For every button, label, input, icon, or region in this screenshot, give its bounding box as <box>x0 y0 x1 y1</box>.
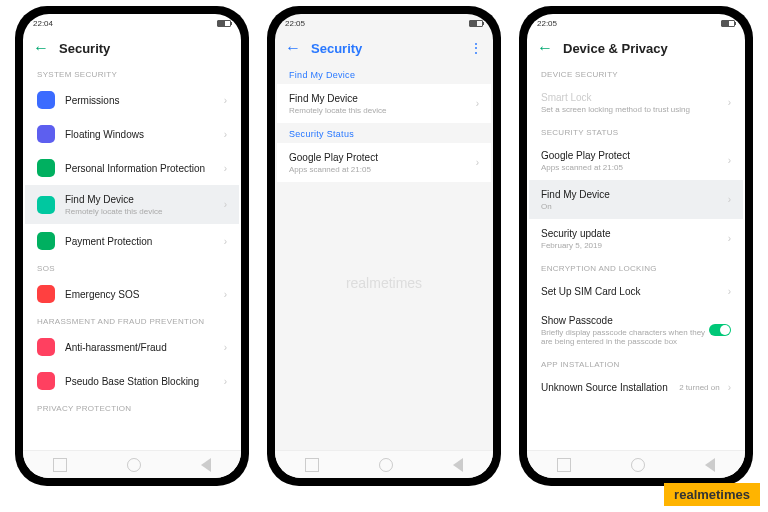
back-icon[interactable]: ← <box>537 40 553 56</box>
nav-recents[interactable] <box>53 458 67 472</box>
anti-harassment-icon <box>37 338 55 356</box>
chevron-right-icon: › <box>224 163 227 174</box>
row-title: Find My Device <box>65 193 220 206</box>
content[interactable]: DEVICE SECURITYSmart LockSet a screen lo… <box>527 64 745 450</box>
row-anti-harassment[interactable]: Anti-harassment/Fraud› <box>25 330 239 364</box>
row-find-my-device[interactable]: Find My DeviceRemotely locate this devic… <box>25 185 239 224</box>
row-permissions[interactable]: Permissions› <box>25 83 239 117</box>
chevron-right-icon: › <box>224 376 227 387</box>
pseudo-base-icon <box>37 372 55 390</box>
row-title: Set Up SIM Card Lock <box>541 285 724 298</box>
nav-bar <box>527 450 745 478</box>
status-bar: 22:05 <box>275 14 493 32</box>
row-title: Google Play Protect <box>289 151 472 164</box>
row-subtitle: Set a screen locking method to trust usi… <box>541 105 724 114</box>
row-emergency-sos[interactable]: Emergency SOS› <box>25 277 239 311</box>
nav-recents[interactable] <box>557 458 571 472</box>
status-bar: 22:05 <box>527 14 745 32</box>
row-title: Find My Device <box>541 188 724 201</box>
row-subtitle: Apps scanned at 21:05 <box>541 163 724 172</box>
chevron-right-icon: › <box>728 382 731 393</box>
row-show-passcode[interactable]: Show PasscodeBriefly display passcode ch… <box>529 306 743 354</box>
payment-protection-icon <box>37 232 55 250</box>
row-title: Pseudo Base Station Blocking <box>65 375 220 388</box>
personal-info-icon <box>37 159 55 177</box>
row-smart-lock[interactable]: Smart LockSet a screen locking method to… <box>529 83 743 122</box>
chevron-right-icon: › <box>728 286 731 297</box>
nav-home[interactable] <box>127 458 141 472</box>
row-payment-protection[interactable]: Payment Protection› <box>25 224 239 258</box>
row-google-play-protect[interactable]: Google Play ProtectApps scanned at 21:05… <box>277 143 491 182</box>
chevron-right-icon: › <box>224 129 227 140</box>
row-title: Payment Protection <box>65 235 220 248</box>
row-title: Google Play Protect <box>541 149 724 162</box>
row-subtitle: Remotely locate this device <box>65 207 220 216</box>
section-header: APP INSTALLATION <box>529 354 743 373</box>
chevron-right-icon: › <box>224 236 227 247</box>
nav-back[interactable] <box>453 458 463 472</box>
status-time: 22:05 <box>537 19 557 28</box>
row-subtitle: Briefly display passcode characters when… <box>541 328 709 346</box>
row-title: Unknown Source Installation <box>541 381 679 394</box>
chevron-right-icon: › <box>476 98 479 109</box>
battery-icon <box>217 20 231 27</box>
more-icon[interactable]: ⋮ <box>469 40 483 56</box>
phone-1: 22:04 ← Security SYSTEM SECURITYPermissi… <box>15 6 249 486</box>
content[interactable]: Find My DeviceFind My DeviceRemotely loc… <box>275 64 493 450</box>
page-title: Security <box>59 41 110 56</box>
row-title: Find My Device <box>289 92 472 105</box>
chevron-right-icon: › <box>728 194 731 205</box>
row-find-my-device[interactable]: Find My DeviceRemotely locate this devic… <box>277 84 491 123</box>
back-icon[interactable]: ← <box>285 40 301 56</box>
row-value: 2 turned on <box>679 383 719 392</box>
row-subtitle: Apps scanned at 21:05 <box>289 165 472 174</box>
row-title: Floating Windows <box>65 128 220 141</box>
page-title: Device & Privacy <box>563 41 668 56</box>
row-find-my-device[interactable]: Find My DeviceOn› <box>529 180 743 219</box>
chevron-right-icon: › <box>224 199 227 210</box>
row-pseudo-base[interactable]: Pseudo Base Station Blocking› <box>25 364 239 398</box>
header: ← Security <box>23 32 241 64</box>
nav-back[interactable] <box>201 458 211 472</box>
nav-recents[interactable] <box>305 458 319 472</box>
row-title: Show Passcode <box>541 314 709 327</box>
floating-windows-icon <box>37 125 55 143</box>
brand-badge: realmetimes <box>664 483 760 506</box>
header: ← Security ⋮ <box>275 32 493 64</box>
toggle[interactable] <box>709 324 731 336</box>
section-header: SECURITY STATUS <box>529 122 743 141</box>
nav-back[interactable] <box>705 458 715 472</box>
row-unknown-source[interactable]: Unknown Source Installation2 turned on› <box>529 373 743 402</box>
chevron-right-icon: › <box>728 233 731 244</box>
battery-icon <box>721 20 735 27</box>
row-floating-windows[interactable]: Floating Windows› <box>25 117 239 151</box>
content[interactable]: SYSTEM SECURITYPermissions›Floating Wind… <box>23 64 241 450</box>
section-header: PRIVACY PROTECTION <box>25 398 239 417</box>
chevron-right-icon: › <box>224 289 227 300</box>
section-header: HARASSMENT AND FRAUD PREVENTION <box>25 311 239 330</box>
status-time: 22:04 <box>33 19 53 28</box>
section-header: SYSTEM SECURITY <box>25 64 239 83</box>
row-google-play-protect[interactable]: Google Play ProtectApps scanned at 21:05… <box>529 141 743 180</box>
battery-icon <box>469 20 483 27</box>
status-bar: 22:04 <box>23 14 241 32</box>
back-icon[interactable]: ← <box>33 40 49 56</box>
header: ← Device & Privacy <box>527 32 745 64</box>
find-my-device-icon <box>37 196 55 214</box>
row-title: Emergency SOS <box>65 288 220 301</box>
row-security-update[interactable]: Security updateFebruary 5, 2019› <box>529 219 743 258</box>
page-title: Security <box>311 41 362 56</box>
row-personal-info[interactable]: Personal Information Protection› <box>25 151 239 185</box>
section-header: ENCRYPTION AND LOCKING <box>529 258 743 277</box>
row-subtitle: February 5, 2019 <box>541 241 724 250</box>
phone-3: 22:05 ← Device & Privacy DEVICE SECURITY… <box>519 6 753 486</box>
section-header: SOS <box>25 258 239 277</box>
row-sim-lock[interactable]: Set Up SIM Card Lock› <box>529 277 743 306</box>
chevron-right-icon: › <box>728 155 731 166</box>
phone-2: 22:05 ← Security ⋮ Find My DeviceFind My… <box>267 6 501 486</box>
row-title: Anti-harassment/Fraud <box>65 341 220 354</box>
chevron-right-icon: › <box>224 95 227 106</box>
nav-home[interactable] <box>379 458 393 472</box>
nav-home[interactable] <box>631 458 645 472</box>
row-subtitle: Remotely locate this device <box>289 106 472 115</box>
